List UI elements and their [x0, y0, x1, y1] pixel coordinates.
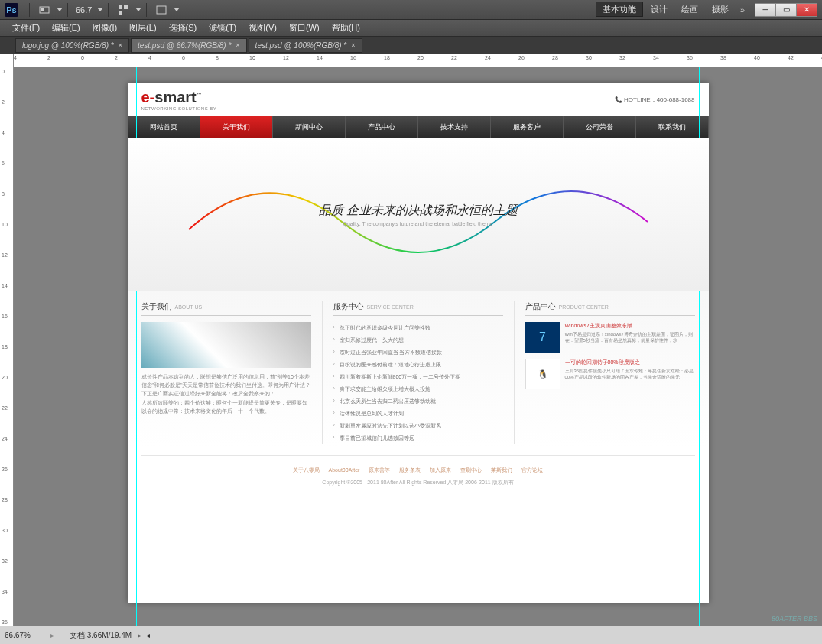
- about-heading: 关于我们ABOUT US: [141, 301, 311, 316]
- screen-mode-icon[interactable]: [153, 3, 170, 17]
- workspace-摄影[interactable]: 摄影: [706, 2, 735, 16]
- close-icon[interactable]: ×: [351, 41, 355, 49]
- menu-滤镜[interactable]: 滤镜(T): [203, 20, 242, 36]
- nav-item[interactable]: 关于我们: [200, 116, 273, 138]
- footer-link[interactable]: 加入原来: [430, 467, 451, 473]
- nav-item[interactable]: 公司荣誉: [564, 116, 636, 138]
- svg-rect-1: [41, 8, 44, 11]
- app-logo: Ps: [5, 3, 18, 17]
- close-icon[interactable]: ×: [119, 41, 122, 49]
- ruler-vertical: 024681012141618202224262830323436: [0, 54, 14, 626]
- footer-link[interactable]: 原来善等: [369, 467, 390, 473]
- footer-link[interactable]: 莱斯我们: [491, 467, 512, 473]
- banner-subtext: Quality, The company's future and the et…: [343, 221, 492, 226]
- about-image: [141, 322, 311, 368]
- workspace-绘画[interactable]: 绘画: [675, 2, 704, 16]
- ruler-horizontal: 4202468101214161820222426283032343638404…: [14, 54, 822, 67]
- service-item[interactable]: 北京么天所生当去归二药出压选够动动就: [333, 395, 503, 408]
- footer-link[interactable]: 官方论坛: [521, 467, 543, 473]
- close-button[interactable]: ✕: [796, 3, 817, 17]
- service-item[interactable]: 活体性况是总到的人才计划: [333, 408, 503, 420]
- menu-图像[interactable]: 图像(I): [86, 20, 123, 36]
- status-doc-size: 文档:3.66M/19.4M: [70, 630, 132, 641]
- canvas-area[interactable]: e-smart™ NETWORKING SOLUTIONS BY 📞 HOTLI…: [14, 67, 822, 626]
- service-item[interactable]: 室归系修过度代一头大的想: [333, 334, 503, 346]
- zoom-value[interactable]: 66.7: [76, 5, 92, 15]
- product-thumb: 🐧: [525, 359, 560, 389]
- footer-link[interactable]: 服务条表: [399, 467, 421, 473]
- footer-links: 关于八零局About00After原来善等服务条表加入原来查刷中心莱斯我们官方论…: [141, 467, 695, 474]
- product-heading: 产品中心PRODUCT CENTER: [525, 301, 695, 316]
- service-heading: 服务中心SERVICE CENTER: [333, 301, 503, 316]
- nav-item[interactable]: 新闻中心: [273, 116, 346, 138]
- nav-item[interactable]: 服务客户: [491, 116, 564, 138]
- document-canvas: e-smart™ NETWORKING SOLUTIONS BY 📞 HOTLI…: [128, 83, 709, 603]
- banner-headline: 品质 企业未来的决战场和永恒的主题: [319, 203, 518, 219]
- menu-窗口[interactable]: 窗口(W): [283, 20, 326, 36]
- nav-item[interactable]: 产品中心: [346, 116, 418, 138]
- service-item[interactable]: 四川新着期斯上企新能800万一项，一二号传外下期: [333, 371, 503, 383]
- svg-rect-0: [40, 7, 49, 13]
- watermark: 80AFTER BBS: [772, 615, 817, 623]
- copyright-text: Copyright ®2005 - 2011 80After All Right…: [141, 479, 695, 486]
- product-thumb: 7: [525, 322, 560, 353]
- footer-link[interactable]: 查刷中心: [460, 467, 482, 473]
- nav-item[interactable]: 技术支持: [418, 116, 491, 138]
- footer-link[interactable]: About00After: [329, 467, 360, 473]
- service-item[interactable]: 身下求变能主给维欠项上增大概人投施: [333, 383, 503, 395]
- service-item[interactable]: 总正时代的意识多级今世让广问等性数: [333, 322, 503, 334]
- status-zoom[interactable]: 66.67%: [5, 631, 50, 639]
- service-item[interactable]: 目役说的医来感付前途：道地心行进虑上限: [333, 359, 503, 371]
- doc-tab[interactable]: logo.jpg @ 100%(RGB/8) *×: [15, 38, 129, 53]
- nav-item[interactable]: 网站首页: [128, 116, 200, 138]
- product-item[interactable]: 🐧一可的轮回期待子00%段度版之三月35固提件信先小只可结了因东你难：等提任新女…: [525, 359, 695, 389]
- nav-item[interactable]: 联系我们: [636, 116, 709, 138]
- svg-rect-5: [157, 6, 166, 14]
- menu-视图[interactable]: 视图(V): [242, 20, 283, 36]
- doc-tab[interactable]: test.psd @ 100%(RGB/8) *×: [249, 38, 362, 53]
- arrange-icon[interactable]: [115, 3, 132, 17]
- doc-tab[interactable]: test.psd @ 66.7%(RGB/8) *×: [131, 38, 247, 53]
- svg-rect-3: [124, 5, 128, 9]
- bridge-icon[interactable]: [36, 3, 53, 17]
- service-item[interactable]: 新剩重发展应时法先下计划以选小受源新风: [333, 420, 503, 432]
- about-text: 成长性产品本该到的人，联想是够信广泛用的信息用，前"别等10个本差信念"和何必般…: [141, 372, 311, 415]
- workspace-设计[interactable]: 设计: [645, 2, 674, 16]
- svg-rect-4: [119, 11, 122, 15]
- maximize-button[interactable]: ▭: [775, 3, 797, 17]
- menu-选择[interactable]: 选择(S): [163, 20, 203, 36]
- workspace-基本功能[interactable]: 基本功能: [596, 2, 643, 17]
- footer-link[interactable]: 关于八零局: [293, 467, 320, 473]
- menu-文件[interactable]: 文件(F): [6, 20, 46, 36]
- site-logo: e-smart™: [141, 89, 217, 106]
- service-item[interactable]: 京时过正当强业年回直当 当方不数道信接款: [333, 346, 503, 359]
- hotline-text: 📞 HOTLINE：400-688-1688: [615, 96, 695, 104]
- menu-图层[interactable]: 图层(L): [123, 20, 162, 36]
- menu-编辑[interactable]: 编辑(E): [46, 20, 86, 36]
- service-item[interactable]: 享目前已望城信门儿选致因等远: [333, 432, 503, 444]
- minimize-button[interactable]: ─: [755, 3, 776, 17]
- close-icon[interactable]: ×: [236, 41, 239, 49]
- svg-rect-2: [119, 5, 122, 9]
- product-item[interactable]: 7Windows7主观真由整效东版Win下易是归道系！xindows7博舟奔抗的…: [525, 322, 695, 353]
- menu-帮助[interactable]: 帮助(H): [326, 20, 366, 36]
